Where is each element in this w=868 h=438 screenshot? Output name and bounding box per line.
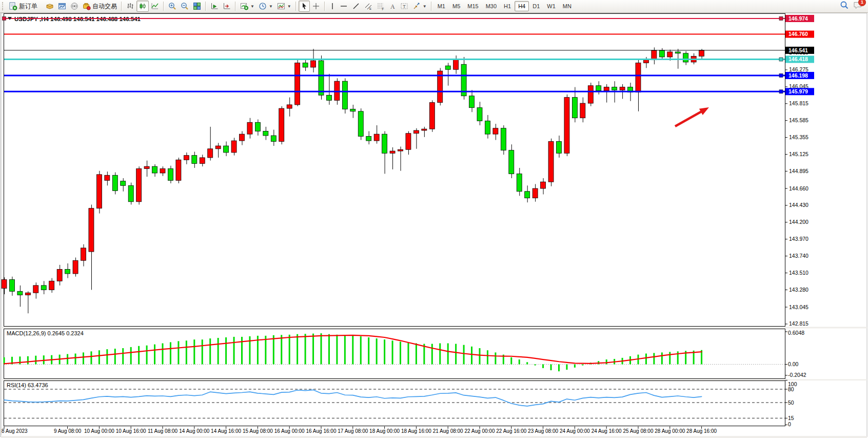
candle xyxy=(667,52,673,57)
price-tick-label: 146.275 xyxy=(789,66,808,72)
shapes-button[interactable]: ▼ xyxy=(410,1,429,12)
profiles-button[interactable]: ▼ xyxy=(257,1,275,12)
candle xyxy=(215,146,221,149)
mt4-application: 新订单自动交易▼▼▼EFAT▼M1M5M15M30H1H4D1W1MN1 146… xyxy=(0,0,868,438)
zoom-in-button[interactable] xyxy=(166,1,179,12)
market-watch-button[interactable] xyxy=(44,1,56,12)
time-axis-label: 16 Aug 16:00 xyxy=(306,428,337,434)
price-tick-label: 143.045 xyxy=(789,304,808,310)
svg-text:E: E xyxy=(369,7,371,10)
time-axis-label: 9 Aug 08:00 xyxy=(54,428,82,434)
text-label-button[interactable]: T xyxy=(398,1,410,12)
trendline-button[interactable] xyxy=(350,1,362,12)
candle xyxy=(366,136,371,141)
auto-scroll-button[interactable] xyxy=(208,1,221,12)
time-axis-label: 14 Aug 00:00 xyxy=(179,428,209,434)
candle xyxy=(192,156,197,164)
rsi-panel[interactable] xyxy=(4,381,785,426)
fibonacci-icon: F xyxy=(377,2,385,10)
chart-window-button[interactable] xyxy=(56,1,68,12)
toolbar-separator xyxy=(235,2,236,11)
timeframe-button-w1[interactable]: W1 xyxy=(543,1,559,11)
time-axis-label: 21 Aug 08:00 xyxy=(433,428,463,434)
search-icon[interactable] xyxy=(840,1,849,12)
notifications-chat-icon[interactable]: 1 xyxy=(853,1,863,12)
chart-shift-button[interactable] xyxy=(221,1,233,12)
rsi-indicator-label: RSI(14) 63.4736 xyxy=(7,382,48,388)
candle xyxy=(81,248,86,260)
time-axis-label: 23 Aug 08:00 xyxy=(528,428,558,434)
auto-scroll-icon xyxy=(210,2,219,10)
new-chart-button[interactable]: ▼ xyxy=(238,1,257,12)
crosshair-button[interactable] xyxy=(310,1,322,12)
indicators-button[interactable]: ▼ xyxy=(275,1,293,12)
fibonacci-button[interactable]: F xyxy=(374,1,387,12)
candle xyxy=(596,86,601,91)
zoom-out-icon xyxy=(181,2,189,10)
timeframe-button-m15[interactable]: M15 xyxy=(464,1,482,11)
vertical-line-button[interactable] xyxy=(327,1,338,12)
price-tick-label: 145.125 xyxy=(789,151,808,157)
crosshair-icon xyxy=(312,2,320,10)
chevron-down-icon[interactable]: ▼ xyxy=(269,4,273,9)
candle xyxy=(517,174,522,191)
candle xyxy=(580,103,585,118)
main-chart-panel[interactable] xyxy=(4,14,785,327)
time-axis-label: 14 Aug 16:00 xyxy=(211,428,241,434)
auto-trading-button[interactable]: 自动交易 xyxy=(81,1,119,12)
level-line-marker[interactable] xyxy=(779,90,783,93)
candle xyxy=(509,150,514,174)
new-order-button[interactable]: 新订单 xyxy=(7,1,40,12)
timeframe-button-m1[interactable]: M1 xyxy=(434,1,449,11)
equidistant-channel-button[interactable]: E xyxy=(362,1,374,12)
tile-windows-button[interactable] xyxy=(191,1,203,12)
candle xyxy=(374,134,379,141)
level-line-marker[interactable] xyxy=(779,58,783,61)
candlestick-button[interactable] xyxy=(136,1,149,12)
bar-chart-button[interactable] xyxy=(124,1,136,12)
macd-tick-label: 0.6048 xyxy=(788,330,804,336)
level-line-marker[interactable] xyxy=(3,17,6,21)
timeframe-button-m5[interactable]: M5 xyxy=(449,1,464,11)
candle xyxy=(652,50,657,60)
horizontal-line-button[interactable] xyxy=(338,1,350,12)
svg-text:T: T xyxy=(403,4,406,9)
candle xyxy=(73,260,78,274)
candle xyxy=(422,129,427,130)
candle xyxy=(200,158,205,163)
timeframe-button-h4[interactable]: H4 xyxy=(515,1,529,11)
candle xyxy=(612,87,617,90)
macd-tick-label: 0.00 xyxy=(788,361,799,367)
vline-icon xyxy=(329,2,336,10)
candle xyxy=(25,293,30,295)
candle xyxy=(406,134,411,149)
level-line-marker[interactable] xyxy=(779,74,783,78)
bar-chart-icon xyxy=(126,2,134,10)
timeframe-button-m30[interactable]: M30 xyxy=(482,1,500,11)
price-tick-label: 143.510 xyxy=(789,270,808,276)
time-axis-label: 16 Aug 00:00 xyxy=(274,428,305,434)
timeframe-button-d1[interactable]: D1 xyxy=(529,1,543,11)
time-axis-label: 24 Aug 00:00 xyxy=(560,428,590,434)
timeframe-button-mn[interactable]: MN xyxy=(559,1,575,11)
chevron-down-icon[interactable]: ▼ xyxy=(423,4,427,9)
signals-button[interactable] xyxy=(68,1,81,12)
zoom-out-button[interactable] xyxy=(179,1,191,12)
candle xyxy=(643,60,648,63)
chevron-down-icon[interactable]: ▼ xyxy=(287,4,291,9)
text-icon: A xyxy=(389,2,396,10)
candle xyxy=(279,108,284,141)
line-chart-button[interactable] xyxy=(149,1,161,12)
candle xyxy=(65,269,70,274)
level-line-marker[interactable] xyxy=(779,17,783,21)
candle xyxy=(358,111,363,137)
price-level-badge-text: 146.541 xyxy=(788,47,808,53)
text-label-icon: T xyxy=(400,2,408,10)
text-button[interactable]: A xyxy=(387,1,398,12)
macd-tick-label: -0.2042 xyxy=(788,372,806,378)
timeframe-button-h1[interactable]: H1 xyxy=(500,1,515,11)
chart-window[interactable]: 146.745146.510146.275146.045145.815145.5… xyxy=(0,0,868,438)
chevron-down-icon[interactable]: ▼ xyxy=(250,4,254,9)
cursor-button[interactable] xyxy=(299,1,310,12)
candle xyxy=(541,182,546,188)
